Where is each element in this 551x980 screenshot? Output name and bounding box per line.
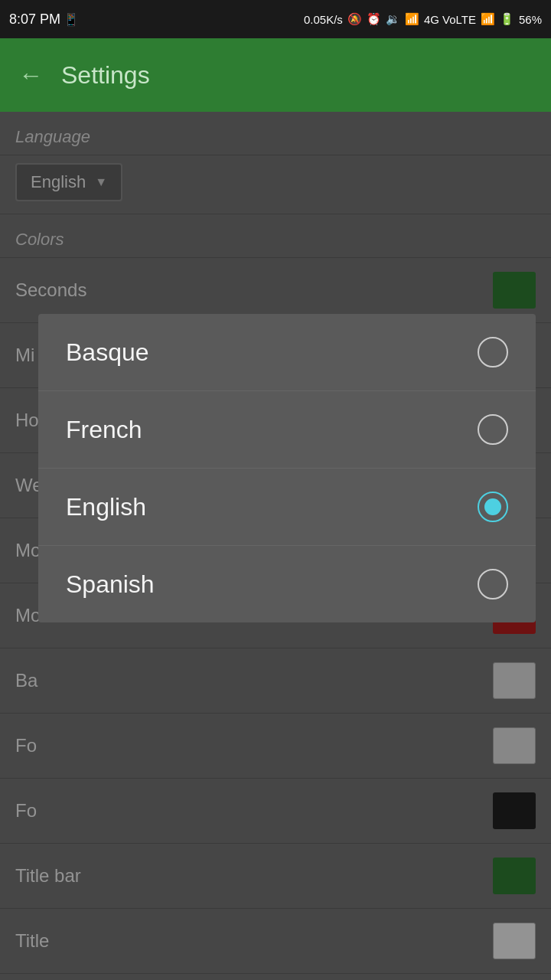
- status-left: 8:07 PM 📱: [9, 11, 79, 28]
- app-title-bar: ← Settings: [0, 38, 551, 112]
- alarm-icon: ⏰: [367, 12, 381, 26]
- wifi-icon: 📶: [481, 12, 495, 26]
- signal-icon: 📶: [405, 12, 419, 26]
- network-type: 4G VoLTE: [424, 13, 476, 26]
- language-option-spanish[interactable]: Spanish: [38, 546, 536, 622]
- status-right: 0.05K/s 🔕 ⏰ 🔉 📶 4G VoLTE 📶 🔋 56%: [304, 12, 542, 26]
- language-option-english[interactable]: English: [38, 469, 536, 546]
- mute-icon: 🔕: [347, 12, 362, 26]
- status-bar: 8:07 PM 📱 0.05K/s 🔕 ⏰ 🔉 📶 4G VoLTE 📶 🔋 5…: [0, 0, 551, 38]
- battery-icon: 🔋: [500, 12, 514, 26]
- basque-label: Basque: [66, 338, 149, 367]
- french-label: French: [66, 416, 142, 444]
- english-radio[interactable]: [478, 492, 508, 522]
- spanish-radio[interactable]: [478, 569, 508, 599]
- back-button[interactable]: ←: [18, 61, 43, 90]
- language-option-basque[interactable]: Basque: [38, 314, 536, 391]
- network-speed: 0.05K/s: [304, 13, 343, 26]
- language-dialog: Basque French English Spanish: [38, 314, 536, 622]
- time-display: 8:07 PM: [9, 11, 60, 28]
- battery-level: 56%: [519, 13, 542, 26]
- french-radio[interactable]: [478, 414, 508, 445]
- spanish-label: Spanish: [66, 570, 155, 599]
- english-label: English: [66, 493, 146, 521]
- sound-icon: 🔉: [386, 12, 400, 26]
- english-radio-inner: [484, 498, 501, 515]
- sim-icon: 📱: [64, 12, 79, 27]
- page-title: Settings: [61, 61, 150, 90]
- basque-radio[interactable]: [478, 337, 508, 368]
- language-option-french[interactable]: French: [38, 391, 536, 469]
